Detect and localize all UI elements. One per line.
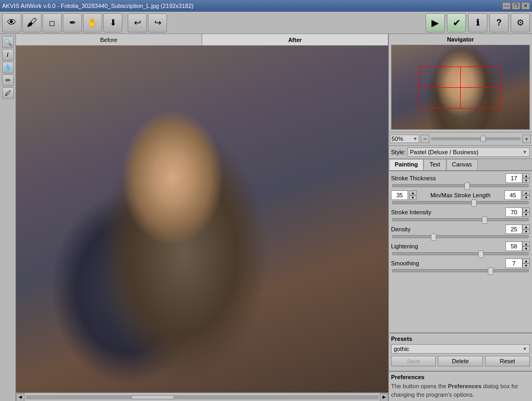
style-label: Style:	[391, 149, 406, 155]
right-panel: Navigator 50% ▼ − + Style: Pastel (Delux…	[388, 34, 532, 401]
scroll-track[interactable]	[26, 395, 379, 399]
zoom-plus-button[interactable]: +	[522, 135, 531, 143]
canvas-viewport[interactable]	[16, 46, 388, 392]
crop-tool[interactable]: /	[2, 49, 14, 61]
run-button[interactable]: ▶	[426, 13, 445, 32]
magnet-tool[interactable]: 🖊	[2, 87, 14, 99]
style-row: Style: Pastel (Deluxe / Business) ▼	[389, 146, 532, 159]
minimize-button[interactable]: —	[502, 2, 511, 10]
smoothing-down[interactable]: ▼	[522, 263, 530, 268]
stroke-intensity-slider[interactable]	[392, 218, 529, 221]
restore-button[interactable]: ❐	[512, 2, 520, 10]
save-preset-button[interactable]: Save	[391, 356, 436, 366]
density-slider[interactable]	[392, 235, 529, 238]
stroke-intensity-value[interactable]: 70	[505, 207, 522, 217]
scroll-right[interactable]: ▶	[380, 393, 388, 402]
smoothing-up[interactable]: ▲	[522, 258, 530, 263]
settings-button[interactable]: ⚙	[511, 13, 530, 32]
lightening-slider[interactable]	[392, 252, 529, 255]
density-thumb[interactable]	[431, 233, 436, 241]
density-spinner: ▲ ▼	[522, 224, 530, 234]
move-button[interactable]: ✋	[83, 13, 102, 32]
zoom-slider[interactable]	[431, 137, 521, 140]
pen2-tool[interactable]: ✏	[2, 74, 14, 86]
scroll-thumb[interactable]	[131, 395, 174, 399]
stroke-thickness-down[interactable]: ▼	[522, 178, 530, 183]
redo-button[interactable]: ↪	[148, 13, 167, 32]
brush-button[interactable]: 🖌	[22, 13, 41, 32]
stroke-intensity-thumb[interactable]	[482, 216, 487, 224]
smoothing-thumb[interactable]	[488, 268, 493, 275]
toolbar: 👁 🖌 ◻ ✒ ✋ ⬇ ↩ ↪ ▶ ✔ ℹ ? ⚙	[0, 12, 532, 34]
reset-preset-button[interactable]: Reset	[485, 356, 530, 366]
undo-button[interactable]: ↩	[128, 13, 147, 32]
stroke-thickness-row: Stroke Thickness 17 ▲ ▼	[391, 173, 530, 183]
tab-canvas[interactable]: Canvas	[446, 159, 478, 170]
lightening-spinner: ▲ ▼	[522, 241, 530, 251]
eye-button[interactable]: 👁	[2, 13, 21, 32]
navigator-title: Navigator	[391, 36, 530, 43]
titlebar: AKVIS ArtWork v.6.0 - Fotolia_30283440_S…	[0, 0, 532, 12]
minmax-label: Min/Max Stroke Length	[418, 192, 503, 198]
max-value-box[interactable]: 45	[504, 190, 521, 200]
zoom-minus-button[interactable]: −	[421, 135, 429, 143]
min-up[interactable]: ▲	[409, 190, 417, 195]
pen-button[interactable]: ✒	[63, 13, 82, 32]
max-up[interactable]: ▲	[522, 190, 530, 195]
zoom-thumb[interactable]	[480, 136, 486, 142]
apply-button[interactable]: ✔	[447, 13, 466, 32]
dropper-tool[interactable]: 💧	[2, 62, 14, 73]
presets-buttons: Save Delete Reset	[391, 356, 530, 366]
stroke-intensity-row: Stroke Intensity 70 ▲ ▼	[391, 207, 530, 217]
max-down[interactable]: ▼	[522, 195, 530, 200]
close-button[interactable]: ✕	[521, 2, 530, 10]
before-tab[interactable]: Before	[16, 34, 202, 45]
max-spinner: ▲ ▼	[522, 190, 530, 200]
preferences-title: Preferences	[391, 374, 530, 380]
help-button[interactable]: ?	[489, 13, 509, 32]
min-down[interactable]: ▼	[409, 195, 417, 200]
smoothing-slider[interactable]	[392, 269, 529, 272]
scroll-left[interactable]: ◀	[16, 393, 24, 402]
presets-dropdown[interactable]: gothic ▼	[391, 344, 530, 354]
stroke-thickness-up[interactable]: ▲	[522, 173, 530, 178]
tab-painting[interactable]: Painting	[389, 159, 423, 170]
density-up[interactable]: ▲	[522, 224, 530, 229]
erase-button[interactable]: ◻	[43, 13, 62, 32]
min-value-box[interactable]: 35	[391, 190, 408, 200]
left-toolbox: 🔍 / 💧 ✏ 🖊	[0, 34, 16, 401]
zoom-dropdown[interactable]: 50% ▼	[390, 135, 419, 143]
lightening-value[interactable]: 58	[505, 241, 522, 251]
stroke-thickness-thumb[interactable]	[464, 182, 470, 190]
density-value[interactable]: 25	[505, 224, 522, 234]
after-tab[interactable]: After	[202, 34, 388, 45]
stroke-thickness-label: Stroke Thickness	[391, 175, 505, 181]
presets-dropdown-arrow: ▼	[522, 346, 527, 352]
minmax-thumb[interactable]	[471, 199, 477, 207]
main-area: 🔍 / 💧 ✏ 🖊 Before After ◀ ▶ N	[0, 34, 532, 401]
navigator-crosshair	[419, 66, 502, 108]
minmax-slider[interactable]	[392, 201, 529, 204]
tab-text[interactable]: Text	[423, 159, 446, 170]
zoom-tool[interactable]: 🔍	[2, 36, 14, 48]
lightening-thumb[interactable]	[478, 250, 484, 258]
stroke-intensity-label: Stroke Intensity	[391, 209, 505, 215]
stroke-intensity-up[interactable]: ▲	[522, 207, 530, 212]
density-down[interactable]: ▼	[522, 229, 530, 234]
stroke-thickness-slider-row	[391, 184, 530, 187]
info-button[interactable]: ℹ	[468, 13, 487, 32]
lightening-label: Lightening	[391, 243, 505, 249]
horizontal-scrollbar[interactable]: ◀ ▶	[16, 392, 388, 401]
smoothing-value[interactable]: 7	[505, 258, 522, 268]
params-section: Stroke Thickness 17 ▲ ▼ 35 ▲ ▼ Min/	[389, 171, 532, 332]
canvas-image	[16, 46, 388, 392]
delete-preset-button[interactable]: Delete	[438, 356, 483, 366]
navigator-preview[interactable]	[391, 45, 530, 130]
style-dropdown[interactable]: Pastel (Deluxe / Business) ▼	[408, 147, 530, 157]
stroke-intensity-down[interactable]: ▼	[522, 212, 530, 217]
stroke-thickness-slider[interactable]	[392, 184, 529, 187]
lightening-up[interactable]: ▲	[522, 241, 530, 246]
stroke-thickness-value[interactable]: 17	[505, 173, 522, 183]
lightening-down[interactable]: ▼	[522, 246, 530, 251]
download-button[interactable]: ⬇	[103, 13, 122, 32]
